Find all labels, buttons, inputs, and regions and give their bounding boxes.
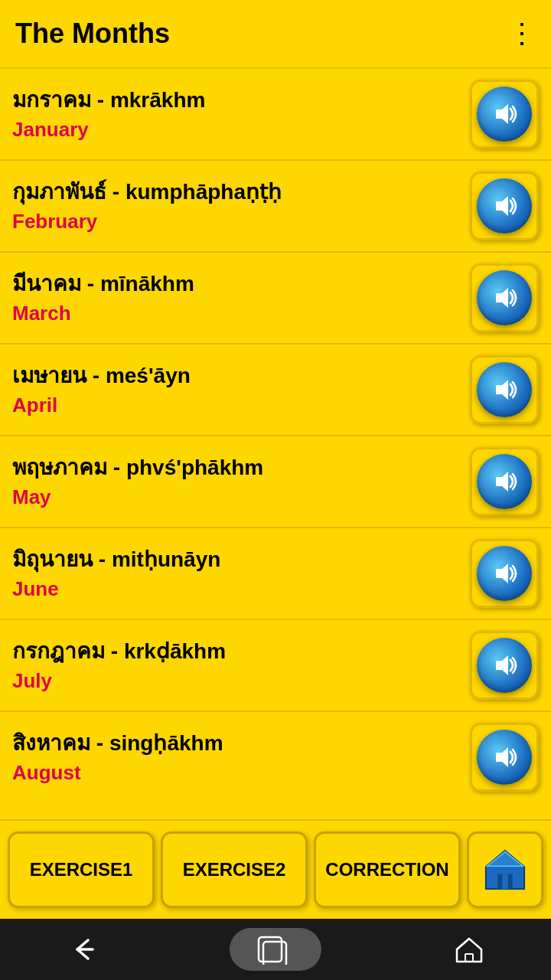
month-row: พฤษภาคม - phvś'phākhmMay: [0, 436, 551, 528]
month-row: กุมภาพันธ์ - kumphāphaṇṭḥFebruary: [0, 161, 551, 253]
speaker-icon: [490, 743, 519, 772]
month-english-text: February: [12, 210, 461, 234]
month-text-block: สิงหาคม - singḥākhmAugust: [12, 730, 470, 784]
svg-marker-0: [496, 104, 508, 124]
audio-button[interactable]: [470, 631, 539, 700]
audio-circle: [477, 178, 532, 234]
audio-circle: [477, 87, 532, 142]
bottom-button-bar: EXERCISE1 EXERCISE2 CORRECTION: [0, 819, 551, 919]
month-row: เมษายน - meś'āynApril: [0, 345, 551, 436]
audio-button[interactable]: [470, 172, 539, 240]
month-thai-text: มีนาคม - mīnākhm: [12, 270, 461, 298]
audio-button[interactable]: [470, 80, 539, 149]
audio-circle: [477, 362, 532, 417]
month-text-block: กุมภาพันธ์ - kumphāphaṇṭḥFebruary: [12, 178, 470, 233]
svg-rect-15: [465, 954, 473, 962]
month-text-block: มีนาคม - mīnākhmMarch: [12, 270, 470, 325]
audio-circle: [477, 546, 532, 601]
month-thai-text: กรกฎาคม - krkḍākhm: [12, 638, 461, 665]
recents-button[interactable]: [230, 928, 321, 971]
svg-marker-4: [496, 472, 508, 492]
svg-marker-5: [496, 564, 508, 583]
svg-marker-7: [496, 747, 508, 767]
speaker-icon: [490, 651, 519, 680]
month-text-block: มิถุนายน - mitḥunāynJune: [12, 546, 470, 600]
audio-button[interactable]: [470, 723, 539, 792]
speaker-icon: [490, 467, 519, 496]
audio-button[interactable]: [470, 355, 539, 424]
month-row: สิงหาคม - singḥākhmAugust: [0, 712, 551, 802]
month-thai-text: สิงหาคม - singḥākhm: [12, 730, 461, 757]
month-thai-text: มิถุนายน - mitḥunāyn: [12, 546, 461, 573]
speaker-icon: [490, 100, 519, 129]
home-icon: [483, 848, 527, 892]
audio-circle: [477, 454, 532, 509]
system-nav-bar: [0, 919, 551, 980]
month-text-block: เมษายน - meś'āynApril: [12, 362, 470, 416]
month-english-text: July: [12, 669, 461, 693]
month-text-block: มกราคม - mkrākhmJanuary: [12, 87, 470, 141]
back-button[interactable]: [67, 934, 97, 965]
speaker-icon: [490, 559, 519, 588]
month-thai-text: พฤษภาคม - phvś'phākhm: [12, 454, 461, 482]
speaker-icon: [490, 191, 519, 220]
svg-marker-3: [496, 380, 508, 400]
month-row: มกราคม - mkrākhmJanuary: [0, 69, 551, 161]
page-title: The Months: [15, 18, 170, 50]
month-row: มีนาคม - mīnākhmMarch: [0, 253, 551, 345]
month-text-block: พฤษภาคม - phvś'phākhmMay: [12, 454, 470, 508]
audio-button[interactable]: [470, 263, 539, 332]
month-row: กรกฎาคม - krkḍākhmJuly: [0, 620, 551, 712]
speaker-icon: [490, 283, 519, 312]
audio-circle: [477, 730, 532, 785]
audio-circle: [477, 270, 532, 325]
audio-button[interactable]: [470, 539, 539, 608]
menu-icon[interactable]: ⋮: [508, 18, 536, 50]
month-text-block: กรกฎาคม - krkḍākhmJuly: [12, 638, 470, 692]
month-english-text: May: [12, 485, 461, 509]
top-bar: The Months ⋮: [0, 0, 551, 69]
month-english-text: August: [12, 761, 461, 785]
svg-marker-9: [486, 851, 524, 867]
correction-button[interactable]: CORRECTION: [314, 831, 461, 908]
month-thai-text: กุมภาพันธ์ - kumphāphaṇṭḥ: [12, 178, 461, 206]
month-thai-text: เมษายน - meś'āyn: [12, 362, 461, 390]
month-english-text: March: [12, 302, 461, 325]
svg-marker-2: [496, 288, 508, 308]
month-english-text: January: [12, 118, 461, 142]
home-button[interactable]: [467, 831, 543, 908]
svg-rect-11: [502, 874, 508, 889]
audio-circle: [477, 638, 532, 693]
home-nav-button[interactable]: [454, 934, 484, 965]
speaker-icon: [490, 375, 519, 404]
svg-marker-6: [496, 655, 508, 675]
month-english-text: April: [12, 394, 461, 417]
month-english-text: June: [12, 577, 461, 601]
month-thai-text: มกราคม - mkrākhm: [12, 87, 461, 114]
exercise1-button[interactable]: EXERCISE1: [8, 831, 155, 908]
months-list: มกราคม - mkrākhmJanuary กุมภาพันธ์ - kum…: [0, 69, 551, 819]
svg-marker-1: [496, 196, 508, 216]
month-row: มิถุนายน - mitḥunāynJune: [0, 528, 551, 620]
audio-button[interactable]: [470, 447, 539, 516]
exercise2-button[interactable]: EXERCISE2: [161, 831, 308, 908]
